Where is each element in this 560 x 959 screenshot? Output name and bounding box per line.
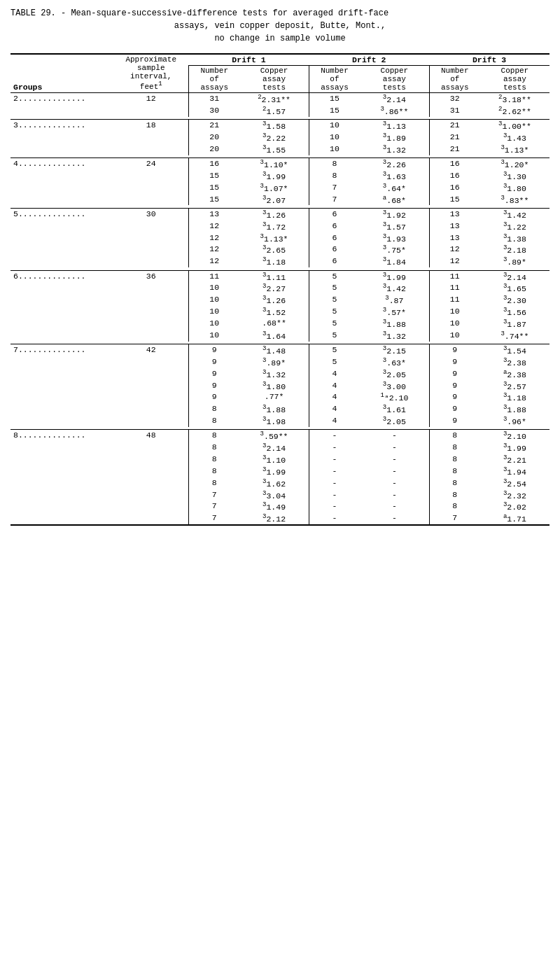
table-title-line3: no change in sample volume xyxy=(10,32,550,45)
d2-copper: 31.92 xyxy=(360,208,429,220)
d2-copper: 31.57 xyxy=(360,220,429,232)
col-header-drift3: Drift 3 xyxy=(429,54,550,66)
d2-copper: 32.15 xyxy=(360,344,429,356)
d3-num: 9 xyxy=(429,356,480,368)
d2-num: - xyxy=(309,512,360,525)
d1-num: 10 xyxy=(189,282,240,294)
d1-copper: .68** xyxy=(239,318,309,330)
d1-copper: 31.26 xyxy=(239,208,309,220)
table-row: 5..............301331.26631.921331.42 xyxy=(10,208,550,220)
d2-copper: 32.05 xyxy=(360,368,429,380)
d1-num: 21 xyxy=(189,120,240,132)
d2-copper: - xyxy=(360,442,429,454)
d1-copper: 31.88 xyxy=(239,403,309,415)
d2-num: 5 xyxy=(309,344,360,356)
d3-num: 9 xyxy=(429,368,480,380)
d1-num: 7 xyxy=(189,489,240,501)
d2-num: 7 xyxy=(309,194,360,206)
d2-num: 5 xyxy=(309,356,360,368)
d1-num: 12 xyxy=(189,232,240,244)
d1-copper: 31.13* xyxy=(239,232,309,244)
d2-num: 15 xyxy=(309,105,360,117)
sample-interval: 48 xyxy=(113,430,188,525)
main-table: Groups Approximatesampleinterval,feet1 D… xyxy=(10,53,550,527)
d1-num: 13 xyxy=(189,208,240,220)
d3-num: 16 xyxy=(429,158,480,170)
d2-copper: 32.14 xyxy=(360,93,429,105)
d2-num: 5 xyxy=(309,270,360,282)
d3-num: 8 xyxy=(429,465,480,477)
group-label: 6.............. xyxy=(10,270,113,341)
d3-num: 8 xyxy=(429,500,480,512)
d3-copper: 31.00** xyxy=(480,120,550,132)
d1-copper: 32.07 xyxy=(239,194,309,206)
d3-copper: 31.54 xyxy=(480,344,550,356)
d2-copper: - xyxy=(360,430,429,442)
d1-num: 15 xyxy=(189,170,240,182)
d2-num: 7 xyxy=(309,182,360,194)
d3-copper: 31.80 xyxy=(480,182,550,194)
d1-copper: 32.12 xyxy=(239,512,309,525)
d3-num: 9 xyxy=(429,415,480,427)
group-label: 2.............. xyxy=(10,93,113,117)
table-title-line2: assays, vein copper deposit, Butte, Mont… xyxy=(10,20,550,32)
d3-num: 13 xyxy=(429,220,480,232)
d2-num: - xyxy=(309,500,360,512)
d3-copper: 31.30 xyxy=(480,170,550,182)
d2-copper: 31.63 xyxy=(360,170,429,182)
d2-num: 4 xyxy=(309,368,360,380)
d2-copper: 33.00 xyxy=(360,380,429,392)
d3-copper: 32.10 xyxy=(480,430,550,442)
d1-copper: 3.59** xyxy=(239,430,309,442)
col-header-d2-copper: Copperassaytests xyxy=(360,66,429,93)
d3-num: 12 xyxy=(429,244,480,255)
d1-copper: 31.98 xyxy=(239,415,309,427)
d1-num: 9 xyxy=(189,356,240,368)
d1-copper: 31.10 xyxy=(239,454,309,465)
sample-interval: 36 xyxy=(113,270,188,341)
d3-num: 9 xyxy=(429,380,480,392)
d3-copper: 3.74** xyxy=(480,330,550,342)
d2-num: 6 xyxy=(309,220,360,232)
d1-num: 9 xyxy=(189,368,240,380)
d2-num: 5 xyxy=(309,318,360,330)
d1-copper: .77* xyxy=(239,391,309,403)
d3-copper: 31.38 xyxy=(480,232,550,244)
d1-num: 8 xyxy=(189,465,240,477)
d3-copper: 3.83** xyxy=(480,194,550,206)
d3-num: 10 xyxy=(429,318,480,330)
d3-copper: 32.14 xyxy=(480,270,550,282)
d3-copper: 31.43 xyxy=(480,132,550,144)
d1-num: 20 xyxy=(189,132,240,144)
d2-copper: 31.93 xyxy=(360,232,429,244)
d1-copper: 32.14 xyxy=(239,442,309,454)
d3-num: 8 xyxy=(429,454,480,465)
d1-num: 12 xyxy=(189,255,240,267)
d1-num: 12 xyxy=(189,220,240,232)
d2-copper: 3.64* xyxy=(360,182,429,194)
d1-copper: 31.32 xyxy=(239,368,309,380)
d3-copper: 31.18 xyxy=(480,391,550,403)
d1-num: 8 xyxy=(189,403,240,415)
d2-num: - xyxy=(309,430,360,442)
d3-num: 8 xyxy=(429,442,480,454)
d1-copper: 31.62 xyxy=(239,477,309,489)
d2-num: 6 xyxy=(309,208,360,220)
col-header-drift1: Drift 1 xyxy=(189,54,309,66)
d2-num: 10 xyxy=(309,132,360,144)
d2-copper: 3.86** xyxy=(360,105,429,117)
d1-num: 15 xyxy=(189,194,240,206)
d1-num: 10 xyxy=(189,294,240,306)
group-label: 7.............. xyxy=(10,344,113,427)
sample-interval: 18 xyxy=(113,120,188,155)
bottom-border-row xyxy=(10,525,550,527)
d3-num: 8 xyxy=(429,489,480,501)
d2-copper: - xyxy=(360,489,429,501)
d3-num: 8 xyxy=(429,430,480,442)
d3-num: 32 xyxy=(429,93,480,105)
group-label: 5.............. xyxy=(10,208,113,267)
d1-copper: 22.31** xyxy=(239,93,309,105)
d1-num: 9 xyxy=(189,391,240,403)
d3-copper: 31.87 xyxy=(480,318,550,330)
col-header-drift2: Drift 2 xyxy=(309,54,429,66)
